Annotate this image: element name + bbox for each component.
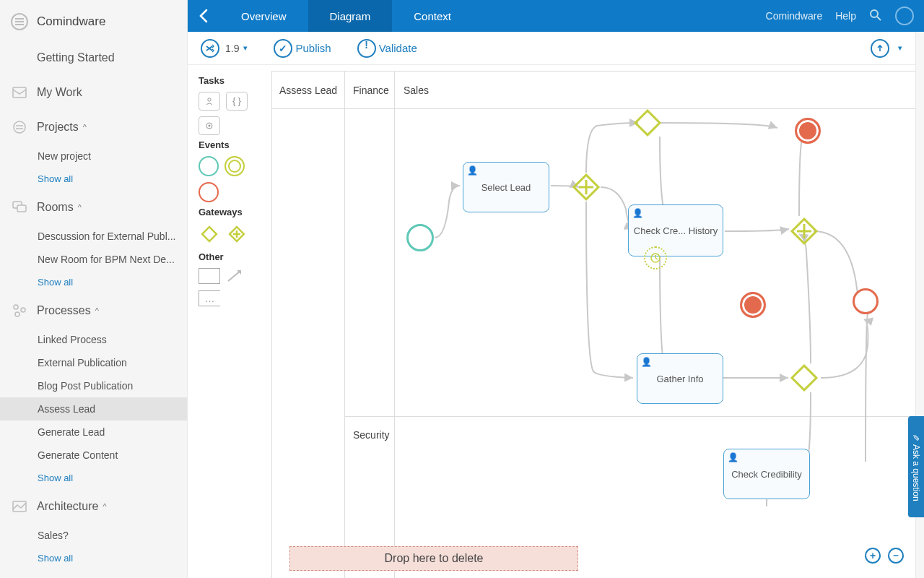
nav-getting-started[interactable]: Getting Started <box>0 40 187 75</box>
gateway-exclusive-1[interactable] <box>632 107 663 139</box>
palette-gateways-label: Gateways <box>199 207 265 217</box>
svg-point-18 <box>871 10 878 17</box>
nav-label: Rooms <box>37 201 74 214</box>
version-label: 1.9 <box>225 43 239 54</box>
nav-sub-processes-5[interactable]: Generate Content <box>0 444 187 467</box>
svg-point-4 <box>14 121 25 133</box>
publish-button[interactable]: ✓ Publish <box>274 39 331 58</box>
chevron-up-icon: ^ <box>103 502 106 511</box>
gateway-exclusive-2[interactable] <box>788 362 820 394</box>
palette-script-task[interactable]: { } <box>226 92 248 111</box>
task-gather-info[interactable]: 👤 Gather Info <box>637 353 723 404</box>
nav-sub-processes-2[interactable]: Blog Post Publication <box>0 374 187 397</box>
timer-event[interactable] <box>644 246 667 269</box>
palette-exclusive-gateway[interactable] <box>199 223 220 247</box>
nav-projects-showall[interactable]: Show all <box>0 168 187 190</box>
nav-sub-processes-0[interactable]: Linked Process <box>0 328 187 351</box>
palette-annotation[interactable]: … <box>199 290 220 306</box>
nav-sub-rooms-0[interactable]: Descussion for External Publ... <box>0 225 187 248</box>
nav-rooms[interactable]: Rooms^ <box>0 190 187 225</box>
nav-sub-processes-3[interactable]: Assess Lead <box>0 397 187 420</box>
help-link[interactable]: Help <box>835 10 856 22</box>
menu-icon[interactable] <box>11 13 28 30</box>
delete-dropzone[interactable]: Drop here to delete <box>289 546 578 571</box>
chevron-down-icon: ▾ <box>898 43 902 53</box>
brand-right[interactable]: Comindware <box>766 10 823 22</box>
svg-point-20 <box>208 98 211 101</box>
palette-tasks-label: Tasks <box>199 75 265 86</box>
chevron-up-icon: ^ <box>95 306 99 315</box>
ask-question-tab[interactable]: ✎ Ask a question <box>908 416 924 517</box>
svg-rect-23 <box>202 227 217 241</box>
svg-rect-37 <box>792 366 816 390</box>
task-label: Check Credibility <box>731 469 802 480</box>
start-event[interactable] <box>406 224 434 251</box>
nav-rooms-showall[interactable]: Show all <box>0 271 187 293</box>
publish-label: Publish <box>295 42 331 54</box>
inbox-icon <box>11 84 28 101</box>
palette-service-task[interactable] <box>199 116 220 135</box>
nav-architecture[interactable]: Architecture^ <box>0 489 187 524</box>
ask-label: Ask a question <box>911 444 921 501</box>
nav-sub-rooms-1[interactable]: New Room for BPM Next De... <box>0 248 187 271</box>
task-check-credibility[interactable]: 👤 Check Credibility <box>723 449 810 499</box>
left-sidebar: Comindware Getting Started My Work Proje… <box>0 0 188 578</box>
validate-label: Validate <box>379 42 417 54</box>
rooms-icon <box>11 199 28 216</box>
nav-projects[interactable]: Projects^ <box>0 110 187 144</box>
gateway-parallel-2[interactable] <box>788 215 820 247</box>
end-event-2[interactable] <box>740 292 766 318</box>
lane-label-sales: Sales <box>404 85 429 96</box>
brand-label: Comindware <box>37 14 105 29</box>
nav-arch-showall[interactable]: Show all <box>0 547 187 569</box>
nav-records[interactable]: Records^ <box>0 569 187 578</box>
palette-start-event[interactable] <box>199 156 219 176</box>
zoom-in-button[interactable]: + <box>865 548 881 564</box>
user-icon: 👤 <box>632 208 643 218</box>
tab-context[interactable]: Context <box>392 0 473 32</box>
palette-end-event[interactable] <box>199 182 219 202</box>
task-select-lead[interactable]: 👤 Select Lead <box>463 162 549 212</box>
palette-flow[interactable] <box>226 268 245 286</box>
end-event-1[interactable] <box>795 118 821 144</box>
nav-sub-projects-0[interactable]: New project <box>0 144 187 168</box>
nav-label: Projects <box>37 121 79 134</box>
task-label: Gather Info <box>656 374 703 384</box>
nav-label: Getting Started <box>37 51 115 64</box>
gateway-parallel-1[interactable] <box>570 171 602 203</box>
brand[interactable]: Comindware <box>0 0 187 40</box>
back-button[interactable] <box>188 0 219 32</box>
end-event-3[interactable] <box>853 288 879 314</box>
validate-button[interactable]: ! Validate <box>357 39 417 58</box>
svg-line-19 <box>877 17 881 20</box>
nav-sub-processes-1[interactable]: External Publication <box>0 351 187 374</box>
chevron-down-icon: ▾ <box>243 43 248 53</box>
nav-processes[interactable]: Processes^ <box>0 293 187 328</box>
search-icon[interactable] <box>869 9 882 24</box>
palette-intermediate-event[interactable] <box>225 156 245 176</box>
task-label: Select Lead <box>481 182 531 193</box>
diagram-canvas[interactable]: Assess Lead Finance Sales Security 👤 <box>271 71 915 578</box>
palette-other-label: Other <box>199 251 265 262</box>
svg-rect-8 <box>17 205 26 212</box>
topbar: Overview Diagram Context Comindware Help <box>188 0 924 32</box>
palette-user-task[interactable] <box>199 92 220 111</box>
task-check-credit[interactable]: 👤 Check Cre... History <box>628 204 723 256</box>
zoom-out-button[interactable]: － <box>888 548 904 564</box>
nav-my-work[interactable]: My Work <box>0 75 187 110</box>
export-menu[interactable]: ▾ <box>871 39 902 58</box>
svg-rect-30 <box>635 111 660 135</box>
tab-overview[interactable]: Overview <box>219 0 308 32</box>
nav-label: My Work <box>37 86 82 99</box>
nav-processes-showall[interactable]: Show all <box>0 467 187 489</box>
palette-parallel-gateway[interactable] <box>226 223 248 247</box>
architecture-icon <box>11 498 28 515</box>
nav-sub-processes-4[interactable]: Generate Lead <box>0 420 187 444</box>
tab-diagram[interactable]: Diagram <box>308 0 393 32</box>
nav-sub-arch-0[interactable]: Sales? <box>0 524 187 547</box>
version-selector[interactable]: 1.9 ▾ <box>201 39 248 58</box>
shuffle-icon <box>201 39 219 58</box>
palette-pool[interactable] <box>199 268 220 284</box>
pool-label: Assess Lead <box>279 85 337 96</box>
avatar[interactable] <box>895 7 914 25</box>
